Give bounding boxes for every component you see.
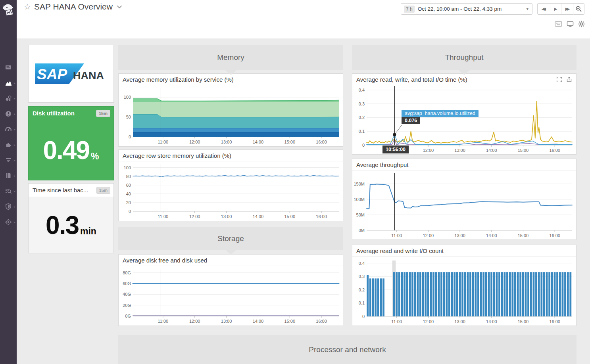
disk-utilization-unit: %	[91, 151, 99, 162]
apm-traces-icon	[5, 157, 12, 164]
dashboards-icon	[5, 79, 12, 86]
svg-text:15:00: 15:00	[284, 319, 295, 324]
sidebar-item-dashboards[interactable]: ▸	[0, 75, 17, 90]
sidebar-item-apm[interactable]: ▸	[0, 152, 17, 168]
chevron-right-icon: ▸	[14, 112, 15, 115]
chevron-right-icon: ▸	[14, 81, 15, 84]
disk-utilization-card[interactable]: Disk utilization 15m 0.49 %	[28, 106, 114, 180]
zoom-out-button[interactable]	[573, 3, 584, 15]
section-notch	[459, 70, 470, 75]
sidebar-item-monitors[interactable]: ▸	[0, 106, 17, 121]
svg-text:13:00: 13:00	[221, 319, 232, 324]
disk-free-used-chart-card: Average disk free and disk used 0G20G40G…	[118, 254, 343, 326]
avg-throughput-chart[interactable]: 0M50M100M150M11:0012:0013:0014:0015:0016…	[352, 171, 576, 240]
keyboard-shortcuts-icon[interactable]	[555, 21, 562, 27]
io-count-chart[interactable]: 00.10.20.30.411:0012:0013:0014:0015:0016…	[352, 257, 576, 326]
disk-utilization-value: 0.49	[43, 138, 89, 163]
svg-text:0.4: 0.4	[359, 261, 365, 266]
io-time-chart[interactable]: 00.10.20.30.411:0012:0013:0014:0015:0016…	[352, 85, 576, 155]
memory-by-service-chart[interactable]: 05010011:0012:0013:0014:0015:0016:00	[119, 85, 343, 146]
datadog-logo-icon[interactable]	[0, 0, 17, 21]
favorite-star-icon[interactable]: ☆	[24, 2, 31, 11]
dashboard-menu-chevron-icon[interactable]	[117, 3, 122, 10]
events-icon	[5, 64, 12, 71]
svg-text:14:00: 14:00	[486, 233, 497, 238]
svg-text:13:00: 13:00	[454, 319, 465, 324]
svg-text:0G: 0G	[125, 314, 131, 318]
export-icon[interactable]	[566, 77, 572, 82]
svg-text:0.2: 0.2	[359, 287, 365, 292]
chart-title: Average disk free and disk used	[123, 257, 207, 264]
svg-text:0: 0	[362, 143, 365, 148]
sidebar-item-infrastructure[interactable]: ▸	[0, 90, 17, 106]
sidebar-item-synthetics[interactable]: ▸	[0, 214, 17, 230]
time-since-backup-value: 0.3	[46, 213, 79, 238]
chart-title: Average read, write, and total I/O time …	[356, 76, 467, 83]
svg-text:16:00: 16:00	[549, 233, 560, 238]
sidebar: ▸ ▸ ▸ ▸ ▸	[0, 0, 17, 364]
svg-text:0: 0	[129, 209, 131, 214]
sap-hana-logo-card: SAP HANA	[28, 45, 114, 103]
chevron-right-icon: ▸	[14, 174, 15, 177]
caret-down-icon: ▾	[526, 6, 529, 11]
svg-text:0.3: 0.3	[359, 274, 365, 279]
infrastructure-icon	[5, 95, 12, 102]
svg-text:80G: 80G	[123, 270, 131, 275]
svg-text:100: 100	[124, 95, 131, 100]
svg-text:15:00: 15:00	[518, 233, 529, 238]
logs-search-icon	[5, 188, 12, 195]
svg-text:13:00: 13:00	[221, 214, 232, 219]
globe-icon	[5, 218, 12, 226]
svg-text:0.3: 0.3	[359, 102, 365, 106]
tv-mode-icon[interactable]	[567, 21, 574, 27]
gear-icon[interactable]	[578, 21, 585, 27]
notebook-icon	[5, 172, 12, 179]
sidebar-item-events[interactable]	[0, 59, 17, 75]
time-forward-button[interactable]: ▶▶	[561, 4, 574, 14]
svg-text:20G: 20G	[123, 303, 131, 308]
hover-tooltip-value: 0.076	[402, 117, 420, 124]
svg-text:50: 50	[126, 115, 131, 119]
time-range-picker[interactable]: 7 h Oct 22, 10:00 am - Oct 22, 4:33 pm ▾	[401, 3, 532, 15]
shield-icon	[5, 203, 12, 210]
section-title: Processor and network	[309, 345, 386, 354]
time-since-backup-unit: min	[80, 226, 96, 237]
row-store-chart[interactable]: 02040608010011:0012:0013:0014:0015:0016:…	[119, 161, 343, 221]
time-play-button[interactable]: ▶	[550, 4, 561, 14]
svg-text:100: 100	[124, 165, 131, 170]
svg-text:13:00: 13:00	[454, 233, 465, 238]
dashboard-content: SAP HANA Disk utilization 15m 0.49 % Tim…	[17, 38, 590, 364]
chevron-right-icon: ▸	[14, 143, 15, 146]
sidebar-item-notebooks[interactable]: ▸	[0, 168, 17, 183]
section-notch	[225, 70, 236, 75]
svg-text:60G: 60G	[123, 281, 131, 286]
svg-text:14:00: 14:00	[253, 140, 264, 144]
svg-text:0.1: 0.1	[359, 129, 365, 134]
sidebar-item-security[interactable]: ▸	[0, 199, 17, 214]
sidebar-item-metrics[interactable]: ▸	[0, 121, 17, 137]
hover-tooltip-time: 10:56:00	[382, 146, 409, 153]
svg-text:11:00: 11:00	[158, 319, 168, 324]
time-backward-button[interactable]: ◀◀	[538, 4, 550, 14]
sidebar-item-integrations[interactable]: ▸	[0, 137, 17, 152]
svg-text:14:00: 14:00	[253, 214, 264, 219]
svg-text:20: 20	[126, 200, 131, 205]
svg-text:11:00: 11:00	[158, 140, 168, 144]
svg-text:12:00: 12:00	[189, 319, 200, 324]
svg-text:12:00: 12:00	[423, 319, 434, 324]
disk-utilization-title: Disk utilization	[33, 110, 75, 117]
svg-text:16:00: 16:00	[316, 214, 327, 219]
svg-text:15:00: 15:00	[284, 214, 295, 219]
expand-icon[interactable]	[556, 77, 562, 82]
disk-free-used-chart[interactable]: 0G20G40G60G80G11:0012:0013:0014:0015:001…	[119, 266, 343, 326]
svg-text:16:00: 16:00	[549, 148, 560, 153]
chart-title: Average row store memory utilization (%)	[123, 152, 231, 159]
sidebar-item-logs[interactable]: ▸	[0, 183, 17, 199]
chevron-right-icon: ▸	[14, 220, 15, 224]
time-span-badge: 7 h	[404, 6, 415, 13]
zoom-out-icon	[575, 6, 582, 12]
time-since-backup-card[interactable]: Time since last bac... 15m 0.3 min	[28, 183, 114, 253]
section-header-storage: Storage	[118, 227, 343, 250]
svg-text:13:00: 13:00	[454, 148, 465, 153]
chart-title: Average throughput	[356, 161, 409, 168]
